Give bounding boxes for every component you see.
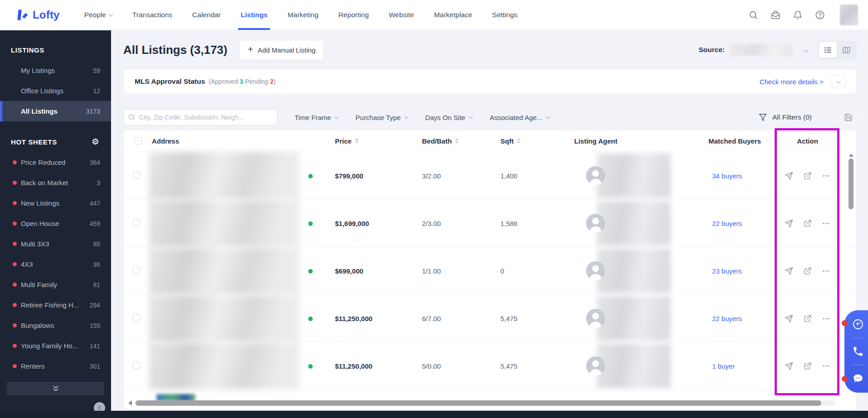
- lofty-logo[interactable]: Lofty: [15, 8, 60, 22]
- more-options-icon[interactable]: [822, 219, 830, 228]
- column-bed-bath[interactable]: Bed/Bath: [422, 137, 500, 145]
- dropdown-label: Associated Age...: [490, 114, 542, 121]
- nav-reporting[interactable]: Reporting: [338, 0, 369, 30]
- sidebar-item-4x3[interactable]: 4X3 36: [0, 254, 111, 274]
- column-price[interactable]: Price: [335, 137, 422, 145]
- nav-marketing[interactable]: Marketing: [287, 0, 318, 30]
- matched-buyers-link[interactable]: 22 buyers: [708, 315, 742, 322]
- share-icon[interactable]: [803, 314, 812, 323]
- chat-icon[interactable]: [852, 373, 864, 384]
- source-selector[interactable]: Source:: [698, 44, 808, 56]
- time-frame-dropdown[interactable]: Time Frame: [295, 114, 338, 121]
- send-icon[interactable]: [785, 362, 793, 370]
- double-chevron-down-icon: [52, 385, 59, 392]
- sidebar-item-price-reduced[interactable]: Price Reduced 364: [0, 152, 111, 173]
- matched-buyers-link[interactable]: 1 buyer: [708, 362, 735, 370]
- mls-expand-button[interactable]: [832, 75, 845, 88]
- row-checkbox[interactable]: [133, 267, 140, 274]
- send-icon[interactable]: [785, 314, 793, 323]
- nav-website[interactable]: Website: [389, 0, 414, 30]
- location-search-input[interactable]: [123, 109, 277, 125]
- share-icon[interactable]: [803, 362, 812, 370]
- address-blurred: [149, 295, 299, 342]
- sidebar-item-young-family[interactable]: Young Family Ho... 141: [0, 336, 111, 356]
- share-icon[interactable]: [803, 172, 812, 180]
- add-manual-listing-button[interactable]: + Add Manual Listing: [239, 40, 324, 60]
- agent-avatar: [586, 356, 605, 375]
- column-label: Price: [335, 137, 352, 145]
- sidebar-item-my-listings[interactable]: My Listings 59: [0, 60, 111, 81]
- nav-transactions[interactable]: Transactions: [132, 0, 172, 30]
- save-filter-button[interactable]: [840, 109, 857, 126]
- nav-people[interactable]: People: [84, 0, 112, 30]
- ai-assistant-icon[interactable]: [852, 318, 864, 330]
- nav-listings[interactable]: Listings: [241, 0, 267, 30]
- row-checkbox[interactable]: [133, 219, 140, 226]
- vertical-scrollbar-thumb[interactable]: [849, 159, 853, 209]
- gear-icon[interactable]: ⚙: [92, 138, 99, 146]
- row-checkbox[interactable]: [133, 314, 140, 322]
- user-avatar[interactable]: [840, 5, 858, 25]
- sidebar-show-more-button[interactable]: [7, 382, 104, 395]
- scroll-up-arrow[interactable]: [849, 154, 853, 157]
- nav-settings[interactable]: Settings: [492, 0, 518, 30]
- horizontal-scrollbar-track[interactable]: [135, 400, 834, 406]
- sidebar-item-multi-3x3[interactable]: Multi 3X3 85: [0, 234, 111, 254]
- sidebar-item-retiree-fishing[interactable]: Retiree Fishing H... 294: [0, 295, 111, 315]
- send-icon[interactable]: [785, 219, 793, 228]
- bed-bath-cell: 2/3.00: [422, 220, 500, 227]
- associated-agent-dropdown[interactable]: Associated Age...: [490, 114, 549, 121]
- sidebar-item-open-house[interactable]: Open House 459: [0, 213, 111, 234]
- sort-icons[interactable]: [517, 138, 520, 144]
- matched-buyers-link[interactable]: 34 buyers: [708, 172, 742, 180]
- more-options-icon[interactable]: [822, 172, 830, 180]
- sidebar-item-renters[interactable]: Renters 301: [0, 356, 111, 376]
- column-sqft[interactable]: Sqft: [500, 137, 574, 145]
- price-cell: $11,250,000: [335, 362, 422, 370]
- send-icon[interactable]: [785, 267, 793, 275]
- sidebar-item-bungalows[interactable]: Bungalows 155: [0, 315, 111, 336]
- sidebar-item-office-listings[interactable]: Office Listings 12: [0, 81, 111, 101]
- bell-icon[interactable]: [793, 10, 803, 20]
- address-blurred: [149, 247, 299, 294]
- agent-avatar: [586, 166, 605, 185]
- all-filters-button[interactable]: All Filters (0): [759, 113, 812, 121]
- scroll-left-arrow[interactable]: [128, 400, 132, 406]
- more-options-icon[interactable]: [822, 362, 830, 370]
- listing-agent-cell: [574, 342, 708, 389]
- more-options-icon[interactable]: [822, 267, 830, 275]
- table-row: $11,250,000 6/7.00 5,475 22 buyers: [124, 294, 856, 342]
- map-view-button[interactable]: [838, 42, 855, 58]
- item-label: Multi 3X3: [21, 240, 49, 248]
- matched-buyers-link[interactable]: 22 buyers: [708, 220, 742, 227]
- horizontal-scrollbar-thumb[interactable]: [136, 400, 821, 406]
- row-checkbox[interactable]: [133, 172, 140, 179]
- share-icon[interactable]: [803, 267, 812, 275]
- matched-buyers-link[interactable]: 23 buyers: [708, 267, 742, 275]
- item-label: Bungalows: [21, 322, 54, 329]
- search-icon[interactable]: [748, 10, 758, 20]
- sidebar-item-new-listings[interactable]: New Listings 447: [0, 193, 111, 213]
- nav-calendar[interactable]: Calendar: [192, 0, 221, 30]
- share-icon[interactable]: [803, 219, 812, 228]
- purchase-type-dropdown[interactable]: Purchase Type: [355, 114, 408, 121]
- check-more-details-link[interactable]: Check more details >: [760, 78, 824, 86]
- sort-icons[interactable]: [455, 138, 459, 144]
- days-on-site-dropdown[interactable]: Days On Site: [425, 114, 472, 121]
- more-options-icon[interactable]: [822, 314, 830, 323]
- item-label: All Listings: [21, 107, 58, 115]
- inbox-icon[interactable]: [771, 10, 781, 20]
- sort-icons[interactable]: [355, 138, 359, 144]
- list-view-button[interactable]: [819, 42, 837, 58]
- send-icon[interactable]: [785, 172, 793, 180]
- select-all-checkbox[interactable]: [135, 137, 142, 144]
- sidebar-item-back-on-market[interactable]: Back on Market 3: [0, 173, 111, 193]
- help-icon[interactable]: [815, 10, 825, 20]
- nav-marketplace[interactable]: Marketplace: [434, 0, 472, 30]
- phone-icon[interactable]: [852, 346, 864, 357]
- chevron-down-icon: [469, 114, 473, 119]
- row-checkbox[interactable]: [133, 362, 140, 369]
- sidebar-item-multi-family[interactable]: Multi Family 81: [0, 274, 111, 295]
- sidebar-item-all-listings[interactable]: All Listings 3173: [0, 101, 111, 121]
- mls-status-summary: (Approved 3 Pending 2): [209, 78, 276, 85]
